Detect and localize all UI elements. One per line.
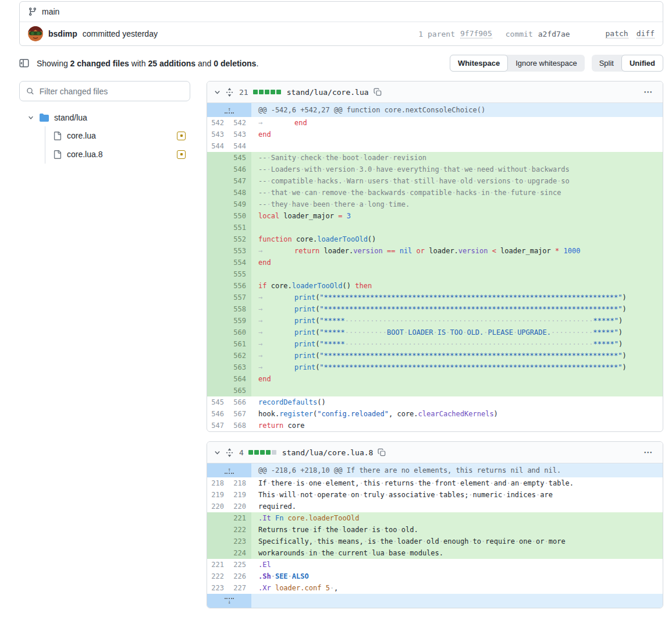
line-number-new[interactable]: 561 xyxy=(229,338,251,350)
line-number-old[interactable]: 546 xyxy=(207,408,229,420)
line-number-old[interactable] xyxy=(207,385,229,396)
line-number-old[interactable] xyxy=(207,536,229,547)
unfold-file-icon[interactable] xyxy=(226,88,233,97)
line-number-new[interactable]: 551 xyxy=(229,222,251,233)
expand-up-button[interactable]: ↑ xyxy=(207,103,251,117)
tree-file-core-lua[interactable]: core.lua xyxy=(45,126,190,145)
line-number-new[interactable]: 559 xyxy=(229,315,251,327)
line-number-old[interactable] xyxy=(207,245,229,257)
line-number-new[interactable]: 225 xyxy=(229,559,251,571)
line-number-new[interactable]: 564 xyxy=(229,373,251,385)
line-number-new[interactable]: 223 xyxy=(229,536,251,547)
copy-path-icon[interactable] xyxy=(378,448,386,456)
line-number-old[interactable]: 221 xyxy=(207,559,229,571)
line-number-old[interactable] xyxy=(207,315,229,327)
parent-sha-link[interactable]: 9f7f905 xyxy=(460,29,492,38)
line-number-new[interactable]: 542 xyxy=(229,117,251,129)
unfold-file-icon[interactable] xyxy=(226,448,233,457)
line-number-new[interactable]: 555 xyxy=(229,268,251,280)
line-number-old[interactable]: 219 xyxy=(207,489,229,501)
line-number-old[interactable]: 545 xyxy=(207,396,229,408)
line-number-old[interactable] xyxy=(207,152,229,164)
line-number-old[interactable] xyxy=(207,222,229,233)
line-number-new[interactable]: 563 xyxy=(229,362,251,373)
line-number-old[interactable] xyxy=(207,292,229,303)
line-number-old[interactable] xyxy=(207,199,229,210)
split-view-button[interactable]: Split xyxy=(592,55,621,71)
branch-name[interactable]: main xyxy=(42,7,59,16)
line-number-old[interactable]: 220 xyxy=(207,501,229,512)
line-number-new[interactable]: 543 xyxy=(229,129,251,140)
line-number-new[interactable]: 568 xyxy=(229,420,251,431)
line-number-new[interactable]: 549 xyxy=(229,199,251,210)
line-number-new[interactable]: 550 xyxy=(229,210,251,222)
line-number-new[interactable]: 218 xyxy=(229,477,251,489)
line-number-old[interactable] xyxy=(207,268,229,280)
line-number-old[interactable] xyxy=(207,547,229,559)
line-number-new[interactable]: 565 xyxy=(229,385,251,396)
line-number-old[interactable] xyxy=(207,257,229,268)
whitespace-button[interactable]: Whitespace xyxy=(450,55,508,72)
line-number-old[interactable] xyxy=(207,373,229,385)
line-number-old[interactable] xyxy=(207,512,229,524)
line-number-new[interactable]: 552 xyxy=(229,233,251,245)
line-number-old[interactable]: 542 xyxy=(207,117,229,129)
line-number-new[interactable]: 558 xyxy=(229,303,251,315)
expand-up-button[interactable]: ↑ xyxy=(207,463,251,477)
line-number-old[interactable] xyxy=(207,175,229,187)
file-options-kebab[interactable]: ⋯ xyxy=(640,86,656,98)
line-number-new[interactable]: 222 xyxy=(229,524,251,536)
line-number-new[interactable]: 224 xyxy=(229,547,251,559)
collapse-sidebar-icon[interactable] xyxy=(19,58,29,68)
line-number-old[interactable]: 544 xyxy=(207,140,229,152)
line-number-old[interactable] xyxy=(207,164,229,175)
line-number-old[interactable]: 543 xyxy=(207,129,229,140)
line-number-old[interactable] xyxy=(207,362,229,373)
line-number-new[interactable]: 544 xyxy=(229,140,251,152)
line-number-old[interactable] xyxy=(207,233,229,245)
collapse-file-chevron-icon[interactable] xyxy=(214,449,221,456)
line-number-old[interactable] xyxy=(207,524,229,536)
line-number-old[interactable]: 218 xyxy=(207,477,229,489)
line-number-old[interactable] xyxy=(207,350,229,362)
unified-view-button[interactable]: Unified xyxy=(621,55,663,72)
ignore-whitespace-button[interactable]: Ignore whitespace xyxy=(508,55,585,71)
line-number-old[interactable] xyxy=(207,338,229,350)
commit-author[interactable]: bsdimp xyxy=(48,29,77,38)
patch-link[interactable]: patch xyxy=(606,29,628,38)
line-number-new[interactable]: 545 xyxy=(229,152,251,164)
line-number-new[interactable]: 566 xyxy=(229,396,251,408)
line-number-new[interactable]: 219 xyxy=(229,489,251,501)
line-number-old[interactable] xyxy=(207,210,229,222)
line-number-old[interactable] xyxy=(207,280,229,292)
line-number-new[interactable]: 220 xyxy=(229,501,251,512)
line-number-new[interactable]: 553 xyxy=(229,245,251,257)
diff-link[interactable]: diff xyxy=(637,29,655,38)
line-number-new[interactable]: 557 xyxy=(229,292,251,303)
line-number-new[interactable]: 562 xyxy=(229,350,251,362)
line-number-new[interactable]: 221 xyxy=(229,512,251,524)
filter-files-input[interactable] xyxy=(40,87,183,96)
line-number-new[interactable]: 226 xyxy=(229,571,251,582)
avatar[interactable] xyxy=(28,26,43,41)
tree-file-core-lua-8[interactable]: core.lua.8 xyxy=(45,145,190,164)
line-number-new[interactable]: 567 xyxy=(229,408,251,420)
expand-down-button[interactable]: ↓ xyxy=(207,594,251,608)
line-number-new[interactable]: 227 xyxy=(229,582,251,594)
collapse-file-chevron-icon[interactable] xyxy=(214,88,221,96)
line-number-old[interactable]: 547 xyxy=(207,420,229,431)
line-number-new[interactable]: 560 xyxy=(229,327,251,338)
line-number-new[interactable]: 556 xyxy=(229,280,251,292)
line-number-new[interactable]: 548 xyxy=(229,187,251,199)
line-number-new[interactable]: 554 xyxy=(229,257,251,268)
copy-path-icon[interactable] xyxy=(374,88,382,96)
tree-dir-stand-lua[interactable]: stand/lua xyxy=(19,109,190,126)
line-number-new[interactable]: 547 xyxy=(229,175,251,187)
line-number-old[interactable]: 222 xyxy=(207,571,229,582)
line-number-old[interactable]: 223 xyxy=(207,582,229,594)
line-number-old[interactable] xyxy=(207,327,229,338)
line-number-new[interactable]: 546 xyxy=(229,164,251,175)
file-options-kebab[interactable]: ⋯ xyxy=(640,446,656,459)
line-number-old[interactable] xyxy=(207,187,229,199)
line-number-old[interactable] xyxy=(207,303,229,315)
